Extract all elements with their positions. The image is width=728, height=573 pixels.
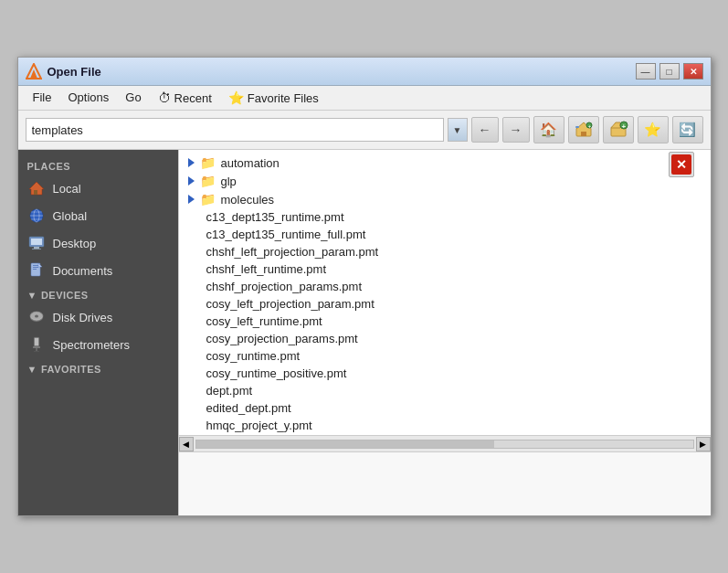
refresh-button[interactable]: 🔄 (672, 116, 703, 143)
open-file-dialog: Open File — □ ✕ File Options Go ⏱ Recent… (17, 57, 712, 516)
path-input[interactable] (26, 118, 444, 142)
file-name: chshf_left_projection_param.pmt (206, 245, 379, 259)
add-folder-button[interactable]: + (603, 116, 634, 143)
list-item[interactable]: chshf_left_runtime.pmt (179, 260, 711, 278)
list-item[interactable]: cosy_runtime_positive.pmt (179, 365, 711, 382)
svg-rect-19 (34, 247, 39, 249)
go-home-icon: 🏠 (540, 122, 557, 138)
folder-arrow-icon (188, 195, 195, 204)
svg-text:+: + (588, 123, 591, 129)
svg-rect-20 (32, 249, 41, 249)
file-name: automation (221, 156, 280, 170)
dropdown-arrow-icon: ▼ (453, 125, 462, 135)
list-item[interactable]: dept.pmt (179, 382, 711, 399)
menu-file[interactable]: File (26, 88, 59, 108)
list-item[interactable]: cosy_left_runtime.pmt (179, 313, 711, 330)
favorite-icon: ⭐ (228, 90, 244, 105)
file-list-container[interactable]: 📁 automation 📁 glp 📁 molecules (179, 150, 711, 435)
scroll-left-button[interactable]: ◀ (179, 437, 194, 451)
horizontal-scrollbar[interactable]: ◀ ▶ (179, 435, 711, 451)
file-name: c13_dept135_runtime.pmt (206, 210, 344, 224)
file-name: cosy_runtime_positive.pmt (206, 366, 347, 380)
folder-arrow-icon (188, 176, 195, 186)
list-item[interactable]: 📁 glp (179, 172, 711, 190)
sidebar-item-local[interactable]: Local (18, 175, 178, 202)
sidebar-item-disk-drives[interactable]: Disk Drives (18, 303, 178, 331)
favorites-icon: ⭐ (644, 122, 661, 138)
menu-go[interactable]: Go (118, 88, 148, 108)
main-content: PLACES Local (18, 150, 711, 515)
svg-rect-18 (31, 239, 42, 245)
list-item[interactable]: 📁 molecules (179, 190, 711, 208)
list-item[interactable]: c13_dept135_runtime_full.pmt (179, 226, 711, 243)
svg-text:+: + (621, 122, 626, 130)
file-name: cosy_projection_params.pmt (206, 332, 358, 345)
forward-button[interactable]: → (502, 117, 530, 143)
cancel-area: ✕ (669, 152, 694, 177)
forward-icon: → (510, 122, 522, 137)
svg-rect-22 (33, 265, 38, 266)
minimize-button[interactable]: — (636, 63, 656, 80)
file-name: edited_dept.pmt (206, 401, 291, 415)
go-home-button[interactable]: 🏠 (533, 116, 564, 143)
svg-rect-23 (33, 267, 38, 268)
globe-icon (27, 207, 46, 225)
app-icon (26, 63, 42, 80)
scrollbar-thumb-h[interactable] (196, 440, 494, 448)
list-item[interactable]: c13_dept135_runtime.pmt (179, 208, 711, 226)
sidebar-documents-label: Documents (53, 264, 113, 278)
close-button[interactable]: ✕ (683, 63, 703, 80)
sidebar-item-spectrometers[interactable]: Spectrometers (18, 331, 178, 358)
list-item[interactable]: edited_dept.pmt (179, 399, 711, 417)
svg-rect-30 (35, 338, 38, 345)
home-icon (27, 179, 46, 197)
menu-favorite-files[interactable]: ⭐ Favorite Files (221, 88, 326, 108)
back-icon: ← (479, 122, 491, 137)
go-up-button[interactable]: + (568, 116, 599, 143)
sidebar-desktop-label: Desktop (53, 237, 97, 250)
file-name: chshf_left_runtime.pmt (206, 262, 327, 276)
places-header: PLACES (18, 155, 178, 175)
list-item[interactable]: chshf_projection_params.pmt (179, 278, 711, 295)
cancel-button[interactable]: ✕ (669, 152, 694, 177)
scrollbar-track-h[interactable] (195, 440, 694, 449)
svg-rect-33 (34, 351, 39, 352)
devices-header: ▼DEVICES (18, 284, 178, 303)
menu-options[interactable]: Options (60, 88, 116, 108)
file-name: glp (221, 175, 237, 188)
file-name: molecules (221, 193, 275, 207)
folder-arrow-icon (188, 158, 195, 167)
list-item[interactable]: cosy_runtime.pmt (179, 347, 711, 365)
sidebar-disk-label: Disk Drives (53, 311, 113, 324)
list-item[interactable]: cosy_left_projection_param.pmt (179, 295, 711, 313)
file-pane: 📁 automation 📁 glp 📁 molecules (178, 150, 711, 515)
sidebar-item-desktop[interactable]: Desktop (18, 229, 178, 257)
svg-rect-24 (33, 269, 37, 270)
list-item[interactable]: hmqc_project_y.pmt (179, 417, 711, 434)
favorites-button[interactable]: ⭐ (638, 116, 669, 143)
window-title: Open File (47, 65, 101, 79)
folder-icon: 📁 (200, 174, 216, 188)
spectrometer-icon (27, 335, 46, 354)
file-name: c13_dept135_runtime_full.pmt (206, 228, 366, 241)
scroll-right-button[interactable]: ▶ (696, 437, 711, 451)
sidebar-item-global[interactable]: Global (18, 202, 178, 229)
list-item[interactable]: chshf_left_projection_param.pmt (179, 243, 711, 260)
menu-recent[interactable]: ⏱ Recent (151, 88, 219, 108)
preview-pane (179, 451, 711, 515)
list-item[interactable]: cosy_projection_params.pmt (179, 330, 711, 347)
maximize-button[interactable]: □ (659, 63, 680, 80)
disk-icon (27, 308, 46, 326)
sidebar-spectrometers-label: Spectrometers (53, 338, 131, 352)
cancel-x-icon: ✕ (671, 154, 691, 175)
file-name: cosy_left_runtime.pmt (206, 314, 322, 328)
refresh-icon: 🔄 (679, 122, 696, 138)
list-item[interactable]: 📁 automation (179, 154, 711, 172)
svg-rect-11 (34, 190, 37, 195)
sidebar-global-label: Global (53, 209, 88, 223)
title-bar-buttons: — □ ✕ (636, 63, 703, 80)
svg-rect-3 (581, 132, 586, 136)
sidebar-item-documents[interactable]: Documents (18, 257, 178, 284)
path-dropdown-button[interactable]: ▼ (448, 118, 468, 142)
back-button[interactable]: ← (471, 117, 499, 143)
